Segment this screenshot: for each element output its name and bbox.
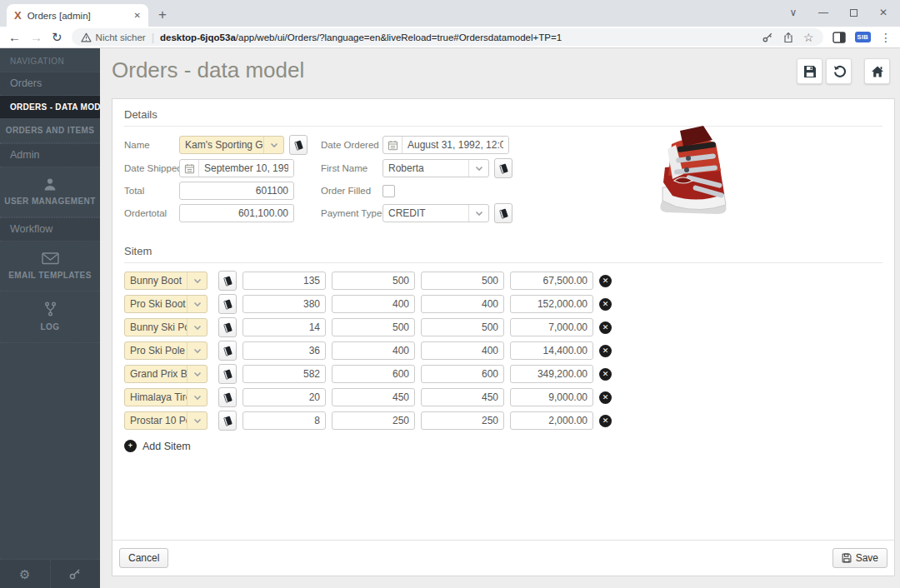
product-lookup-button[interactable] — [218, 271, 237, 291]
cancel-button[interactable]: Cancel — [119, 548, 168, 568]
remove-row-button[interactable]: ✕ — [599, 391, 612, 404]
sitem-total-input[interactable] — [510, 411, 593, 430]
sitem-col3-input[interactable] — [421, 318, 504, 336]
sitem-col2-input[interactable] — [332, 388, 415, 406]
sidebar-item-user-management[interactable]: USER MANAGEMENT — [0, 167, 100, 217]
window-close-button[interactable]: ✕ — [868, 2, 898, 23]
refresh-button[interactable]: ↻ — [52, 31, 62, 43]
branch-icon — [3, 301, 97, 316]
sitem-col3-input[interactable] — [421, 272, 504, 290]
sitem-product-select[interactable]: Prostar 10 Pound — [124, 411, 208, 430]
sidebar-item-orders-and-items[interactable]: ORDERS AND ITEMS — [0, 118, 100, 143]
sitem-col3-input[interactable] — [421, 341, 504, 360]
remove-row-button[interactable]: ✕ — [599, 298, 612, 311]
product-lookup-button[interactable] — [218, 364, 237, 384]
first-name-select[interactable]: Roberta — [382, 159, 489, 177]
extension-badge[interactable]: SIB — [855, 32, 871, 42]
sidebar-group-admin[interactable]: Admin — [0, 143, 100, 167]
envelope-icon — [3, 252, 97, 265]
sitem-qty-input[interactable] — [242, 388, 326, 406]
remove-row-button[interactable]: ✕ — [599, 415, 612, 427]
share-icon[interactable] — [782, 32, 794, 43]
url-bar[interactable]: Nicht sicher | desktop-6jqo53a/app/web/u… — [72, 28, 823, 46]
remove-row-button[interactable]: ✕ — [599, 345, 612, 357]
order-filled-checkbox[interactable] — [382, 185, 395, 197]
permissions-button[interactable] — [51, 560, 101, 588]
remove-row-button[interactable]: ✕ — [599, 275, 612, 287]
product-lookup-button[interactable] — [218, 341, 237, 361]
save-button[interactable]: Save — [832, 548, 888, 568]
sitem-product-select[interactable]: Himalaya Tires — [124, 388, 208, 406]
bookmark-star-icon[interactable]: ☆ — [803, 32, 814, 43]
browser-tab[interactable]: X Orders [admin] ✕ — [7, 4, 148, 27]
date-shipped-input[interactable] — [199, 160, 293, 177]
sitem-total-input[interactable] — [510, 295, 593, 313]
product-lookup-button[interactable] — [218, 411, 237, 431]
sitem-qty-input[interactable] — [242, 411, 326, 430]
browser-menu-icon[interactable]: ⋮ — [880, 32, 892, 43]
sitem-qty-input[interactable] — [242, 272, 326, 290]
sitem-col3-input[interactable] — [421, 411, 504, 430]
sitem-col2-input[interactable] — [332, 318, 415, 336]
sitem-col3-input[interactable] — [421, 295, 504, 313]
window-menu-chevron-icon[interactable]: ∨ — [778, 2, 808, 23]
password-key-icon[interactable] — [762, 32, 773, 43]
undo-header-button[interactable] — [826, 58, 852, 84]
calendar-icon[interactable] — [383, 137, 402, 153]
date-shipped-label: Date Shipped — [124, 163, 178, 173]
date-ordered-input[interactable] — [402, 137, 508, 153]
sitem-col2-input[interactable] — [332, 341, 415, 360]
total-input[interactable] — [179, 182, 294, 200]
sidebar-item-log[interactable]: LOG — [0, 292, 100, 343]
sitem-col2-input[interactable] — [332, 295, 415, 313]
product-lookup-button[interactable] — [218, 294, 237, 314]
sitem-qty-input[interactable] — [242, 365, 326, 383]
sitem-product-select[interactable]: Bunny Ski Pole — [124, 318, 208, 336]
sitem-total-input[interactable] — [510, 318, 593, 336]
tab-close-icon[interactable]: ✕ — [134, 11, 141, 20]
security-warning[interactable]: Nicht sicher — [81, 32, 146, 42]
home-header-button[interactable] — [864, 58, 890, 84]
remove-row-button[interactable]: ✕ — [599, 321, 612, 334]
back-button[interactable]: ← — [8, 31, 21, 43]
sitem-total-input[interactable] — [510, 341, 593, 360]
name-select[interactable]: Kam's Sporting Goods — [179, 136, 284, 154]
sitem-col2-input[interactable] — [332, 411, 415, 430]
sitem-qty-input[interactable] — [242, 318, 326, 336]
sitem-col3-input[interactable] — [421, 365, 504, 383]
side-panel-icon[interactable] — [832, 32, 846, 43]
add-sitem-button[interactable]: + Add Sitem — [124, 440, 882, 452]
window-minimize-button[interactable]: — — [808, 2, 838, 23]
sidebar-group-orders[interactable]: Orders — [0, 72, 100, 96]
sitem-product-select[interactable]: Grand Prix Bicycle — [124, 365, 208, 383]
sidebar-group-workflow[interactable]: Workflow — [0, 217, 100, 242]
product-lookup-button[interactable] — [218, 387, 237, 407]
sitem-total-input[interactable] — [510, 388, 593, 406]
first-name-lookup-button[interactable] — [494, 158, 512, 178]
settings-button[interactable]: ⚙ — [0, 560, 51, 588]
payment-type-select[interactable]: CREDIT — [382, 204, 489, 222]
sitem-total-input[interactable] — [510, 272, 593, 290]
delete-icon: ✕ — [602, 347, 609, 355]
sidebar-item-email-templates[interactable]: EMAIL TEMPLATES — [0, 242, 100, 292]
sidebar-item-orders-data-model[interactable]: ORDERS - DATA MODEL — [0, 96, 100, 118]
sitem-product-select[interactable]: Pro Ski Pole — [124, 341, 208, 360]
sitem-col3-input[interactable] — [421, 388, 504, 406]
calendar-icon[interactable] — [180, 160, 199, 177]
sitem-col2-input[interactable] — [332, 365, 415, 383]
sitem-product-select[interactable]: Pro Ski Boot — [124, 295, 208, 313]
name-lookup-button[interactable] — [289, 135, 308, 155]
sitem-qty-input[interactable] — [242, 341, 326, 360]
payment-type-lookup-button[interactable] — [494, 203, 512, 223]
new-tab-button[interactable]: + — [158, 7, 167, 22]
window-maximize-button[interactable] — [838, 2, 868, 23]
sitem-col2-input[interactable] — [332, 272, 415, 290]
remove-row-button[interactable]: ✕ — [599, 368, 612, 381]
sitem-total-input[interactable] — [510, 365, 593, 383]
sitem-product-select[interactable]: Bunny Boot — [124, 272, 208, 290]
save-header-button[interactable] — [797, 58, 822, 84]
sitem-qty-input[interactable] — [242, 295, 326, 313]
forward-button[interactable]: → — [30, 31, 42, 43]
product-lookup-button[interactable] — [218, 317, 237, 337]
ordertotal-input[interactable] — [179, 204, 294, 222]
